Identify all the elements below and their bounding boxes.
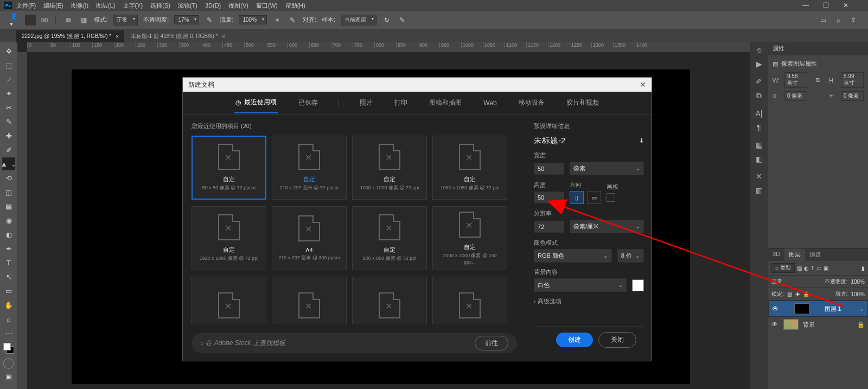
file-icon: ✕ — [459, 292, 481, 318]
preset-item[interactable]: ✕ — [272, 277, 347, 324]
height-label: 高度 — [534, 181, 564, 189]
dialog-title-bar[interactable]: 新建文档 ✕ — [183, 78, 652, 92]
preset-dimensions: 210 x 297 毫米 @ 300 ppcm — [278, 254, 340, 262]
stock-search-input[interactable]: 在 Adobe Stock 上查找模板 — [200, 339, 469, 348]
stock-go-button[interactable]: 前往 — [475, 336, 508, 350]
preset-dimensions: 50 x 50 像素 @ 72 ppcm — [202, 184, 256, 192]
file-icon: ✕ — [218, 214, 240, 240]
preset-item[interactable]: ✕自定1080 x 1080 像素 @ 72 ppi — [432, 136, 507, 200]
tab-mobile[interactable]: 移动设备 — [518, 93, 546, 113]
bit-depth-select[interactable]: 8 位 — [617, 249, 644, 263]
resolution-label: 分辨率 — [534, 209, 644, 218]
file-icon: ✕ — [379, 292, 400, 318]
preset-item[interactable]: ✕ — [352, 277, 427, 324]
artboard-label: 画板 — [607, 183, 618, 191]
background-select[interactable]: 白色 — [534, 278, 627, 292]
preset-item[interactable]: ✕自定210 x 297 毫米 @ 72 ppcm — [272, 136, 347, 200]
preset-item[interactable]: ✕自定2000 x 2000 像素 @ 150 ppc... — [432, 206, 507, 270]
preset-item[interactable]: ✕自定800 x 600 像素 @ 72 ppi — [352, 206, 427, 270]
preset-name: A4 — [305, 247, 312, 253]
tab-saved[interactable]: 已保存 — [297, 93, 319, 113]
preset-dimensions: 210 x 297 毫米 @ 72 ppcm — [280, 184, 339, 192]
file-icon: ✕ — [459, 212, 481, 238]
preset-dimensions: 800 x 600 像素 @ 72 ppi — [363, 255, 417, 262]
recent-header: 您最近使用的项目 (20) — [192, 122, 517, 130]
tab-web[interactable]: Web — [482, 94, 497, 112]
file-icon: ✕ — [218, 292, 240, 318]
file-icon: ✕ — [459, 144, 481, 170]
adobe-stock-bar: 在 Adobe Stock 上查找模板 前往 — [192, 333, 517, 353]
tab-recent[interactable]: ◷最近使用项 — [234, 92, 278, 113]
artboard-checkbox[interactable] — [607, 193, 615, 202]
width-label: 宽度 — [534, 151, 644, 160]
orientation-landscape-button[interactable]: ▭ — [587, 191, 601, 204]
close-icon[interactable]: ✕ — [640, 80, 646, 89]
file-icon: ✕ — [379, 144, 400, 170]
background-label: 背景内容 — [534, 268, 644, 276]
preset-item[interactable]: ✕自定1000 x 1000 像素 @ 72 ppi — [352, 136, 427, 200]
details-section-label: 预设详细信息 — [534, 122, 644, 130]
file-icon: ✕ — [298, 215, 320, 241]
clock-icon: ◷ — [235, 99, 241, 106]
preset-item[interactable]: ✕自定50 x 50 像素 @ 72 ppcm — [192, 136, 266, 200]
save-preset-icon[interactable]: ⬇ — [639, 137, 644, 144]
tab-photo[interactable]: 照片 — [359, 93, 374, 113]
dialog-title: 新建文档 — [188, 80, 214, 90]
tab-artillustration[interactable]: 图稿和插图 — [428, 93, 463, 113]
preset-name: 自定 — [223, 246, 235, 254]
preset-name-input[interactable]: 未标题-2 — [534, 136, 636, 146]
color-mode-label: 颜色模式 — [534, 239, 644, 247]
orientation-label: 方向 — [570, 181, 601, 189]
preset-name: 自定 — [384, 246, 395, 254]
orientation-portrait-button[interactable]: ▯ — [570, 191, 584, 204]
create-button[interactable]: 创建 — [556, 333, 593, 347]
width-input[interactable]: 50 — [534, 163, 564, 175]
resolution-input[interactable]: 72 — [534, 221, 564, 233]
preset-item[interactable]: ✕ — [192, 277, 266, 324]
file-icon: ✕ — [298, 292, 320, 318]
preset-name: 自定 — [223, 175, 235, 183]
preset-item[interactable]: ✕自定1920 x 1080 像素 @ 72 ppi — [192, 206, 266, 270]
close-button[interactable]: 关闭 — [598, 332, 636, 348]
resolution-unit-select[interactable]: 像素/厘米 — [570, 220, 644, 233]
preset-name: 自定 — [303, 175, 315, 183]
background-swatch[interactable] — [632, 279, 644, 291]
preset-item[interactable]: ✕A4210 x 297 毫米 @ 300 ppcm — [272, 206, 347, 270]
preset-name: 自定 — [384, 175, 395, 183]
preset-details: 预设详细信息 未标题-2 ⬇ 宽度 50 像素 高度 50 — [526, 114, 652, 361]
advanced-options-toggle[interactable]: 高级选项 — [534, 297, 644, 305]
preset-item[interactable]: ✕ — [432, 277, 507, 324]
file-icon: ✕ — [218, 144, 240, 170]
tab-print[interactable]: 打印 — [393, 93, 409, 113]
dialog-tabs: ◷最近使用项 已保存 照片 打印 图稿和插图 Web 移动设备 胶片和视频 — [183, 92, 652, 114]
preset-name: 自定 — [464, 243, 476, 251]
preset-dimensions: 1080 x 1080 像素 @ 72 ppi — [441, 184, 500, 192]
preset-name: 自定 — [464, 175, 476, 183]
file-icon: ✕ — [298, 144, 320, 170]
color-mode-select[interactable]: RGB 颜色 — [534, 249, 612, 263]
height-input[interactable]: 50 — [534, 192, 564, 203]
preset-dimensions: 1000 x 1000 像素 @ 72 ppi — [360, 184, 419, 192]
width-unit-select[interactable]: 像素 — [570, 162, 644, 175]
file-icon: ✕ — [379, 214, 400, 240]
tab-film[interactable]: 胶片和视频 — [565, 93, 600, 113]
preset-dimensions: 2000 x 2000 像素 @ 150 ppc... — [437, 252, 502, 265]
new-document-dialog: 新建文档 ✕ ◷最近使用项 已保存 照片 打印 图稿和插图 Web 移动设备 胶… — [182, 77, 652, 361]
preset-dimensions: 1920 x 1080 像素 @ 72 ppi — [200, 255, 259, 262]
